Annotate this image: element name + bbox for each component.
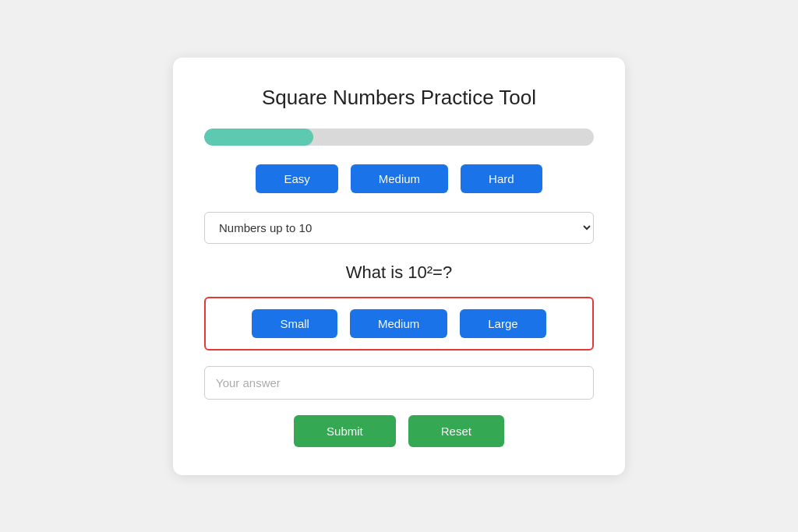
submit-button[interactable]: Submit: [294, 415, 396, 447]
font-size-buttons-group: Small Medium Large: [204, 297, 594, 351]
easy-button[interactable]: Easy: [256, 164, 337, 193]
action-buttons-group: Submit Reset: [204, 415, 594, 447]
medium-font-button[interactable]: Medium: [350, 309, 447, 338]
question-text: What is 10²=?: [204, 262, 594, 283]
progress-bar-container: [204, 129, 594, 146]
medium-button[interactable]: Medium: [351, 164, 448, 193]
page-title: Square Numbers Practice Tool: [204, 86, 594, 110]
hard-button[interactable]: Hard: [461, 164, 542, 193]
reset-button[interactable]: Reset: [408, 415, 504, 447]
progress-bar-fill: [204, 129, 313, 146]
large-font-button[interactable]: Large: [460, 309, 546, 338]
range-select[interactable]: Numbers up to 10 Numbers up to 20 Number…: [204, 212, 594, 244]
small-font-button[interactable]: Small: [252, 309, 337, 338]
difficulty-buttons-group: Easy Medium Hard: [204, 164, 594, 193]
main-card: Square Numbers Practice Tool Easy Medium…: [173, 58, 625, 475]
answer-input[interactable]: [204, 366, 594, 400]
range-select-wrapper: Numbers up to 10 Numbers up to 20 Number…: [204, 212, 594, 244]
